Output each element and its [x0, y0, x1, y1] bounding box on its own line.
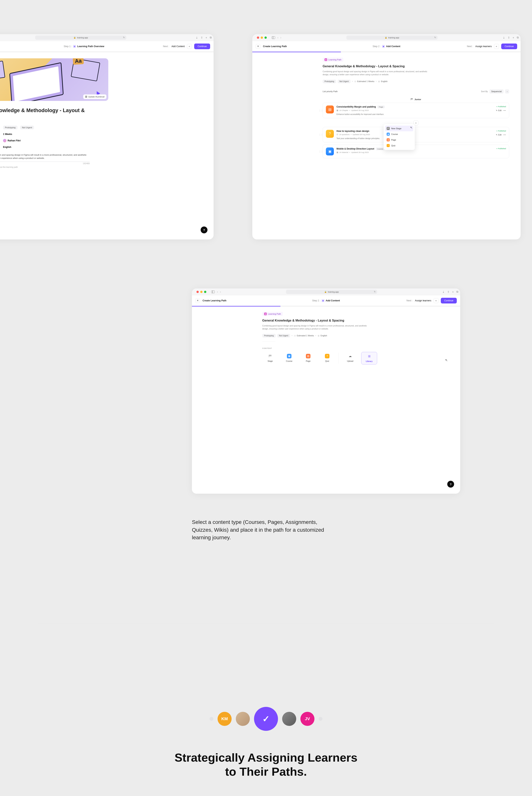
- continue-button[interactable]: Continue: [194, 43, 210, 49]
- step-indicator: Step 1 : ▦ Learning Path Overview: [64, 45, 104, 48]
- chip-prototyping: Prototyping: [323, 80, 336, 83]
- back-chevron-button[interactable]: «: [494, 44, 499, 49]
- quiz-thumb-icon: ?: [326, 130, 334, 138]
- continue-button[interactable]: Continue: [441, 298, 457, 303]
- refresh-icon[interactable]: ↻: [123, 36, 125, 39]
- content-icon: ▣: [382, 45, 385, 48]
- new-tab-icon[interactable]: +: [513, 36, 514, 39]
- close-button[interactable]: ✕: [195, 298, 200, 303]
- content-card[interactable]: ⋮⋮ ▣ Mobile & Desktop Direction LayoutCo…: [323, 145, 509, 158]
- sidebar-toggle-icon[interactable]: [211, 290, 215, 293]
- step-indicator: Step 2 : ▣ Add Content: [373, 45, 400, 48]
- popover-page[interactable]: ▤Page: [385, 137, 413, 143]
- drag-handle-icon[interactable]: ⋮⋮: [319, 150, 323, 153]
- lp-icon: ▤: [324, 58, 327, 61]
- edit-button[interactable]: ✎Edit: [496, 134, 501, 136]
- new-tab-icon[interactable]: +: [452, 290, 454, 293]
- download-icon[interactable]: ⇣: [503, 36, 505, 39]
- nav-back-icon[interactable]: ‹: [217, 290, 218, 293]
- new-tab-icon[interactable]: +: [206, 36, 207, 39]
- content-type-page[interactable]: ▤Page: [300, 352, 316, 364]
- content-card[interactable]: ⋮⋮ ? How to layouting clean design ☑24 q…: [323, 127, 509, 142]
- download-icon[interactable]: ⇣: [442, 290, 444, 293]
- dot-icon: [210, 717, 213, 721]
- edit-button[interactable]: ✎Edit: [496, 110, 501, 112]
- close-button[interactable]: ✕: [256, 44, 260, 49]
- content-type-stage[interactable]: ⛿Stage: [262, 352, 278, 364]
- tag-row: Prototyping Not Urgent ◷Estimated 1 Week…: [323, 80, 509, 83]
- chip-prototyping[interactable]: Prototyping: [3, 126, 18, 129]
- illustration-aa: Aa: [73, 58, 84, 65]
- back-chevron-button[interactable]: «: [187, 44, 192, 49]
- traffic-min-icon[interactable]: [261, 37, 263, 39]
- pencil-icon: ✎: [496, 110, 497, 112]
- sort-select[interactable]: Sequencial: [490, 89, 504, 94]
- traffic-min-icon[interactable]: [200, 291, 203, 293]
- nav-fwd-icon[interactable]: ›: [220, 290, 221, 293]
- content-card[interactable]: ⋮⋮ ▤ Consistantbility Margin and padding…: [323, 102, 509, 118]
- popover-new-stage[interactable]: ⛿New Stage: [385, 126, 413, 131]
- refresh-icon[interactable]: ↻: [374, 290, 376, 293]
- popover-course[interactable]: ▣Course: [385, 131, 413, 137]
- drag-handle-icon[interactable]: ⋮⋮: [319, 133, 323, 136]
- chapter-icon: ▦: [337, 109, 338, 111]
- sidebar-toggle-icon[interactable]: [272, 36, 275, 39]
- popover-quiz[interactable]: ?Quiz: [385, 143, 413, 148]
- help-fab[interactable]: ?: [201, 227, 208, 233]
- trainer-value[interactable]: Raihan Fikri: [3, 139, 21, 142]
- page-title: Create Learning Path: [203, 299, 227, 302]
- window-add-content-picker: ‹› 🔒training.app↻ ⇣⇧+⧉ ✕ Create Learning…: [192, 288, 460, 494]
- update-thumbnail-button[interactable]: 🖼 Update thumbnail: [83, 94, 107, 99]
- chip-not-urgent[interactable]: Not Urgent: [20, 126, 34, 129]
- page-thumb-icon: ▤: [326, 106, 334, 113]
- content-type-library[interactable]: ⊞Library: [361, 352, 377, 364]
- more-menu-icon[interactable]: •••: [503, 134, 506, 136]
- traffic-close-icon[interactable]: [257, 37, 259, 39]
- chevron-down-icon[interactable]: ⌄: [505, 89, 509, 94]
- app-topbar: ✕ Create Learning Path Step 2 : ▣ Add Co…: [192, 295, 460, 306]
- download-icon[interactable]: ⇣: [196, 36, 198, 39]
- refresh-icon[interactable]: ↻: [434, 36, 436, 39]
- about-textarea[interactable]: Combining good layout design and spacing…: [0, 153, 90, 162]
- tabs-icon[interactable]: ⧉: [456, 290, 458, 293]
- drag-handle-icon[interactable]: ⋮⋮: [319, 109, 323, 112]
- lock-icon: 🔒: [74, 37, 76, 39]
- avatar-jv: JV: [300, 712, 315, 726]
- quiz-icon: ?: [325, 354, 329, 358]
- upload-icon: ☁: [348, 354, 353, 358]
- path-title: General Knowledge & Methodology - Layout…: [0, 107, 86, 120]
- nav-back-icon[interactable]: ‹: [278, 36, 278, 39]
- content-type-row: ⛿Stage ▣Course ▤Page ?Quiz ☁Upload ⊞Libr…: [262, 352, 449, 364]
- help-fab[interactable]: ?: [447, 481, 454, 488]
- share-icon[interactable]: ⇧: [447, 290, 450, 293]
- image-icon: 🖼: [85, 96, 87, 98]
- address-bar[interactable]: 🔒 training.app ↻: [35, 36, 126, 40]
- about-helper: Let your learner know a little about the…: [0, 166, 205, 168]
- next-value: Add Content: [171, 45, 185, 48]
- continue-button[interactable]: Continue: [501, 43, 517, 49]
- browser-chrome: ‹ › 🔒 training.app ↻ ⇣ ⇧ + ⧉: [0, 34, 213, 41]
- more-menu-icon[interactable]: •••: [503, 110, 506, 112]
- traffic-max-icon[interactable]: [204, 291, 206, 293]
- quiz-icon: ?: [387, 144, 390, 147]
- tabs-icon[interactable]: ⧉: [210, 36, 212, 39]
- content-type-quiz[interactable]: ?Quiz: [319, 352, 335, 364]
- tabs-icon[interactable]: ⧉: [517, 36, 519, 39]
- back-chevron-button[interactable]: «: [434, 298, 438, 303]
- traffic-max-icon[interactable]: [265, 37, 267, 39]
- traffic-close-icon[interactable]: [196, 291, 199, 293]
- path-description: Combining good layout design and spacing…: [262, 324, 368, 330]
- nav-fwd-icon[interactable]: ›: [280, 36, 281, 39]
- address-bar[interactable]: 🔒training.app↻: [286, 290, 377, 294]
- chip-not-urgent: Not Urgent: [277, 334, 290, 338]
- section-headline: Strategically Assigning Learners to Thei…: [133, 751, 399, 779]
- status-published: Published: [496, 148, 506, 150]
- avatar-check-icon: ✓: [254, 707, 278, 731]
- address-bar[interactable]: 🔒training.app↻: [346, 36, 438, 40]
- content-type-upload[interactable]: ☁Upload: [342, 352, 358, 364]
- content-type-course[interactable]: ▣Course: [281, 352, 297, 364]
- share-icon[interactable]: ⇧: [201, 36, 203, 39]
- material-icon: ▦: [337, 151, 338, 153]
- share-icon[interactable]: ⇧: [508, 36, 510, 39]
- cursor-icon: ↖: [410, 126, 413, 129]
